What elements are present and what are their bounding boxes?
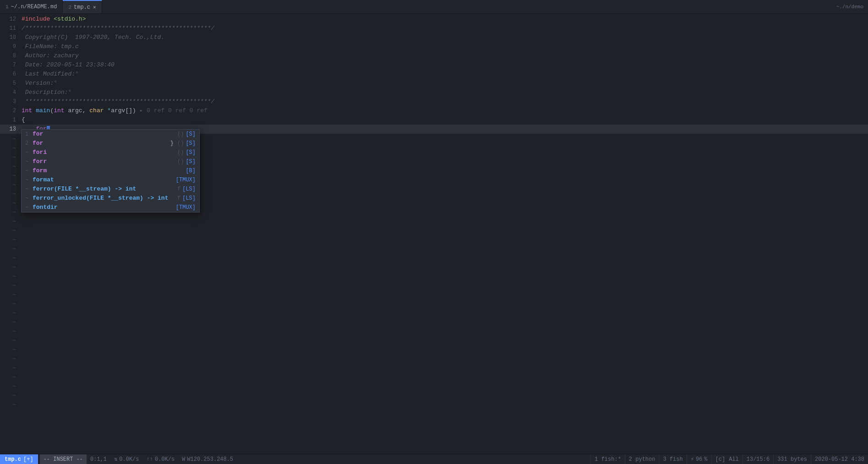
ac-item-forr[interactable]: ~ forr () [S] — [22, 157, 199, 166]
ac-label-format: format — [33, 175, 169, 185]
ac-kind-1: () — [174, 130, 184, 139]
tilde-line-24: ~ — [0, 345, 868, 355]
tab-tmpc[interactable]: 2 tmp.c ✕ — [63, 0, 102, 13]
line-content-7: Date: 2020-05-11 23:38:40 — [21, 60, 868, 70]
tab-num-2: 2 — [68, 5, 71, 10]
line-content-11: /***************************************… — [21, 24, 868, 33]
line-content-3: ****************************************… — [21, 97, 868, 106]
tilde-line-15: ~ — [0, 263, 868, 272]
ac-src-forr: [S] — [186, 157, 196, 166]
ac-item-fontdir[interactable]: ~ fontdir [TMUX] — [22, 203, 199, 212]
tilde-line-16: ~ — [0, 272, 868, 281]
code-line-7: 7 Date: 2020-05-11 23:38:40 — [0, 60, 868, 70]
ac-label-for2: for — [33, 139, 169, 148]
ac-kind-fori: () — [174, 148, 184, 157]
tab-label-tmpc: tmp.c — [74, 4, 90, 11]
line-content-10: Copyright(C) 1997-2020, Tech. Co.,Ltd. — [21, 33, 868, 42]
code-line-2: 2 int main(int argc, char *argv[]) ▸ 0 r… — [0, 106, 868, 115]
status-left: tmp.c [+] -- INSERT -- 0:1,1 ⇅ 0.0K/s ↑↑… — [0, 454, 237, 464]
line-content-8: Author: zachary — [21, 51, 868, 60]
code-lines: 12 #include <stdio.h> 11 /**************… — [0, 14, 868, 134]
line-num-6: 6 — [0, 70, 21, 79]
tilde-line-20: ~ — [0, 309, 868, 318]
ac-src-form: [B] — [186, 166, 196, 175]
line-content-1: { — [21, 115, 868, 125]
ac-num-1: 1 — [25, 130, 33, 139]
ac-label-fori: fori — [33, 148, 172, 157]
code-line-9: 9 FileName: tmp.c — [0, 42, 868, 51]
status-download-speed: ⇅ 0.0K/s — [110, 454, 142, 464]
tab-bar-path: ~./n/demo — [836, 4, 868, 10]
code-line-11: 11 /************************************… — [0, 24, 868, 33]
ac-kind-forr: () — [174, 157, 184, 166]
tab-label-readme: ~/.n/README.md — [11, 4, 57, 10]
status-shell-1: 1 fish:* — [590, 454, 625, 464]
status-shell-2: 2 python — [625, 454, 659, 464]
tilde-line-22: ~ — [0, 327, 868, 336]
ac-src-fori: [S] — [186, 148, 196, 157]
tilde-line-29: ~ — [0, 391, 868, 400]
ac-item-format[interactable]: ~ format [TMUX] — [22, 175, 199, 185]
line-num-1: 1 — [0, 115, 21, 125]
line-num-3: 3 — [0, 97, 21, 106]
ac-label-fontdir: fontdir — [33, 203, 169, 212]
status-ip: W W120.253.248.5 — [178, 454, 237, 464]
tilde-line-28: ~ — [0, 382, 868, 391]
ac-label-form: form — [33, 166, 178, 175]
status-pos-left: 0:1,1 — [87, 454, 110, 464]
line-content-4: Description:° — [21, 88, 868, 97]
line-num-7: 7 — [0, 60, 21, 70]
code-line-6: 6 Last Modified:° — [0, 70, 868, 79]
ac-src-ferror-unlocked: [LS] — [182, 194, 196, 203]
ac-num-ferror-unlocked: ~ — [25, 194, 33, 203]
ac-kind-ferror-unlocked: f — [174, 194, 180, 203]
ac-src-format: [TMUX] — [176, 175, 196, 185]
tilde-line-23: ~ — [0, 336, 868, 345]
tab-close-icon[interactable]: ✕ — [93, 4, 96, 10]
tilde-line-10: ~ — [0, 217, 868, 226]
ac-num-forr: ~ — [25, 157, 33, 166]
editor-content[interactable]: 12 #include <stdio.h> 11 /**************… — [0, 14, 868, 454]
line-num-13: 13 — [0, 125, 21, 134]
ac-item-for1[interactable]: 1 for () [S] — [22, 130, 199, 139]
ac-label-ferror: ferror(FILE *__stream) -> int — [33, 185, 172, 194]
code-line-1: 1 { — [0, 115, 868, 125]
ac-label-ferror-unlocked: ferror_unlocked(FILE *__stream) -> int — [33, 194, 172, 203]
ac-item-for2[interactable]: 2 for } () [S] — [22, 139, 199, 148]
status-line-info: 13/15:6 — [742, 454, 773, 464]
tilde-line-27: ~ — [0, 373, 868, 382]
line-num-5: 5 — [0, 79, 21, 88]
line-num-2: 2 — [0, 106, 21, 115]
tab-bar: 1 ~/.n/README.md 2 tmp.c ✕ ~./n/demo — [0, 0, 868, 14]
ac-num-format: ~ — [25, 175, 33, 185]
autocomplete-dropdown: 1 for () [S] 2 for } () [S] ~ fori () [S… — [21, 129, 200, 213]
tilde-line-25: ~ — [0, 355, 868, 364]
status-shell-3: 3 fish — [659, 454, 686, 464]
code-line-12: 12 #include <stdio.h> — [0, 15, 868, 24]
status-datetime: 2020-05-12 4:38 — [811, 454, 868, 464]
tilde-line-14: ~ — [0, 254, 868, 263]
editor-area: 12 #include <stdio.h> 11 /**************… — [0, 14, 868, 454]
ac-item-fori[interactable]: ~ fori () [S] — [22, 148, 199, 157]
tilde-line-30: ~ — [0, 400, 868, 409]
ac-num-fori: ~ — [25, 148, 33, 157]
status-upload-speed: ↑↑ 0.0K/s — [143, 454, 179, 464]
ac-item-ferror-unlocked[interactable]: ~ ferror_unlocked(FILE *__stream) -> int… — [22, 194, 199, 203]
ac-item-ferror[interactable]: ~ ferror(FILE *__stream) -> int f [LS] — [22, 185, 199, 194]
ac-num-fontdir: ~ — [25, 203, 33, 212]
status-bytes: 331 bytes — [773, 454, 811, 464]
line-content-2: int main(int argc, char *argv[]) ▸ 0 ref… — [21, 106, 868, 115]
status-cpu: ⚡ 96 % — [687, 454, 711, 464]
tilde-line-18: ~ — [0, 290, 868, 300]
line-num-8: 8 — [0, 51, 21, 60]
line-num-12: 12 — [0, 15, 21, 24]
code-line-4: 4 Description:° — [0, 88, 868, 97]
tab-readme[interactable]: 1 ~/.n/README.md — [0, 0, 63, 13]
line-num-9: 9 — [0, 42, 21, 51]
tilde-line-12: ~ — [0, 235, 868, 245]
status-mode: -- INSERT -- — [40, 454, 87, 464]
ac-item-form[interactable]: ~ form [B] — [22, 166, 199, 175]
ac-src-ferror: [LS] — [182, 185, 196, 194]
tilde-line-11: ~ — [0, 226, 868, 235]
status-right: 1 fish:* 2 python 3 fish ⚡ 96 % [c] All … — [590, 454, 868, 464]
